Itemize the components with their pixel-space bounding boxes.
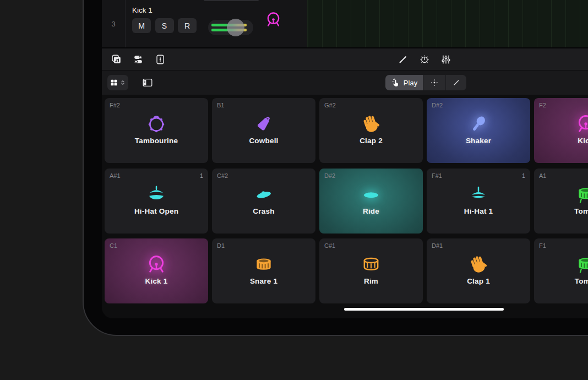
pad-note-label: D#1: [432, 242, 443, 249]
control-bar: [102, 48, 588, 70]
kick-drum-icon: [575, 113, 588, 135]
kick-drum-icon: [264, 10, 282, 29]
pad-name-label: Crash: [212, 207, 315, 215]
pad-shaker[interactable]: D#2Shaker: [427, 98, 530, 163]
knob-button[interactable]: [418, 53, 431, 66]
tambourine-icon: [145, 113, 167, 135]
track-solo-button[interactable]: S: [155, 18, 174, 33]
sidebar-toggle-button[interactable]: [141, 77, 154, 89]
mode-pencil-segment[interactable]: [445, 75, 466, 90]
pad-kick[interactable]: F2Kick: [534, 98, 588, 163]
pad-name-label: Hi-Hat Open: [105, 207, 208, 215]
pad-name-label: Tambourine: [105, 137, 208, 145]
pad-mode-control: Play: [385, 75, 466, 90]
pad-kick-1[interactable]: C1Kick 1: [105, 238, 208, 303]
hihat-closed-icon: [467, 183, 489, 205]
grid-icon: [110, 78, 118, 87]
move-icon: [430, 78, 439, 87]
pencil-icon: [397, 53, 409, 66]
app-screen: 3 Kick 1 MSR Play F#2TambourineB1Cowbell…: [102, 0, 588, 318]
pad-clap-2[interactable]: G#2Clap 2: [319, 98, 423, 163]
pad-ride[interactable]: D#2Ride: [319, 169, 423, 234]
pad-name-label: Tom L: [534, 277, 588, 285]
pad-note-label: A#1: [110, 172, 121, 179]
pad-rim[interactable]: C#1Rim: [319, 238, 423, 303]
pad-badge: 1: [522, 172, 525, 179]
knob-icon: [418, 53, 431, 66]
chevron-updown-icon: [119, 79, 126, 86]
hand-clap-icon: [467, 253, 489, 275]
pad-hi-hat-open[interactable]: A#11Hi-Hat Open: [105, 169, 208, 234]
pad-note-label: C#1: [324, 242, 335, 249]
pad-name-label: Clap 2: [319, 137, 423, 145]
drum-pad-grid: F#2TambourineB1CowbellG#2Clap 2D#2Shaker…: [102, 95, 588, 318]
pad-name-label: Kick: [534, 137, 588, 145]
loop-browser-icon: [110, 53, 122, 66]
previous-row-edge: [204, 0, 259, 1]
pad-tom-l[interactable]: F1Tom L: [534, 238, 588, 303]
pad-hi-hat-1[interactable]: F#11Hi-Hat 1: [427, 169, 530, 234]
pad-view-select-button[interactable]: [107, 75, 128, 90]
cowbell-icon: [253, 113, 275, 135]
pad-note-label: F2: [539, 102, 546, 108]
pad-name-label: Ride: [319, 207, 423, 215]
mixer-icon: [440, 53, 452, 66]
pencil-button[interactable]: [397, 53, 409, 66]
pad-name-label: Rim: [319, 277, 423, 285]
rim-drum-icon: [360, 253, 382, 275]
sequencer-grid[interactable]: [307, 0, 588, 47]
hand-clap-icon: [360, 113, 382, 135]
pad-note-label: C1: [110, 242, 117, 249]
sidebar-icon: [141, 77, 154, 89]
mode-move-segment[interactable]: [423, 75, 445, 90]
pencil-icon: [452, 78, 461, 87]
horizontal-scrollbar[interactable]: [344, 308, 504, 311]
smart-controls-button[interactable]: [132, 53, 144, 66]
track-level-meter[interactable]: [208, 20, 253, 35]
track-name: Kick 1: [132, 6, 153, 14]
hand-tap-icon: [391, 78, 400, 88]
pad-note-label: F1: [539, 242, 546, 249]
pad-tom-h[interactable]: A1Tom H: [534, 169, 588, 234]
control-bar-right-icons: [397, 48, 452, 70]
pad-name-label: Kick 1: [105, 277, 208, 285]
pad-note-label: F#2: [110, 102, 120, 108]
smart-controls-icon: [132, 53, 144, 66]
pad-clap-1[interactable]: D#1Clap 1: [427, 238, 530, 303]
pad-snare-1[interactable]: D1Snare 1: [212, 238, 315, 303]
pad-note-label: D1: [217, 242, 225, 249]
loop-browser-button[interactable]: [110, 53, 122, 66]
track-record-button[interactable]: R: [178, 18, 197, 33]
pad-cowbell[interactable]: B1Cowbell: [212, 98, 315, 163]
tom-drum-icon: [575, 253, 588, 275]
track-mute-button[interactable]: M: [132, 18, 151, 33]
meter-knob[interactable]: [227, 19, 244, 36]
track-mute-solo-record-group: MSR: [132, 18, 197, 33]
pad-name-label: Clap 1: [427, 277, 530, 285]
pad-note-label: A1: [539, 172, 546, 179]
pad-note-label: D#2: [432, 102, 443, 108]
track-number: 3: [102, 0, 126, 47]
pad-name-label: Snare 1: [212, 277, 315, 285]
page-background: 3 Kick 1 MSR Play F#2TambourineB1Cowbell…: [0, 0, 588, 380]
ride-icon: [360, 183, 382, 205]
crash-icon: [253, 183, 275, 205]
pad-name-label: Cowbell: [212, 137, 315, 145]
snare-drum-icon: [253, 253, 275, 275]
pad-note-label: G#2: [324, 102, 336, 108]
channel-strip-icon: [154, 53, 166, 66]
pads-toolbar: Play: [102, 70, 588, 95]
pad-name-label: Hi-Hat 1: [427, 207, 530, 215]
pad-name-label: Shaker: [427, 137, 530, 145]
track-row[interactable]: 3 Kick 1 MSR: [102, 0, 588, 48]
mixer-button[interactable]: [440, 53, 452, 66]
hihat-open-icon: [145, 183, 167, 205]
channel-strip-button[interactable]: [154, 53, 166, 66]
pad-note-label: D#2: [324, 172, 335, 179]
pad-crash[interactable]: C#2Crash: [212, 169, 315, 234]
pad-tambourine[interactable]: F#2Tambourine: [105, 98, 208, 163]
pad-note-label: C#2: [217, 172, 228, 179]
pad-badge: 1: [200, 172, 203, 179]
kick-drum-icon: [145, 253, 167, 275]
mode-play-segment[interactable]: Play: [385, 75, 423, 90]
